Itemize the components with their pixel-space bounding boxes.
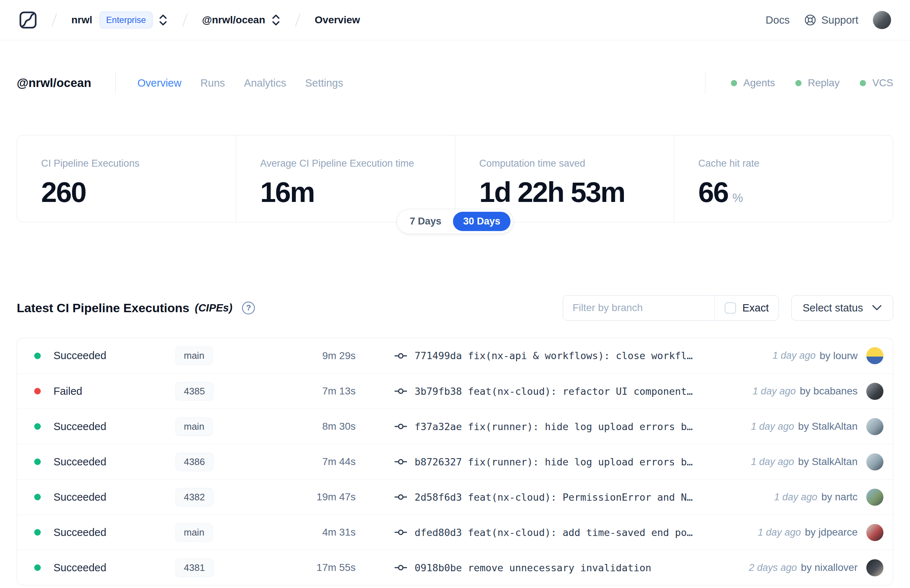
range-option-30-days[interactable]: 30 Days <box>453 212 510 231</box>
user-avatar[interactable] <box>873 11 891 29</box>
duration-label: 8m 30s <box>284 421 356 432</box>
row-branch-cell: 4382 <box>175 488 284 507</box>
branch-badge[interactable]: 4385 <box>175 382 213 401</box>
workspace-status-indicators: AgentsReplayVCS <box>705 72 893 94</box>
stat-label: Cache hit rate <box>698 158 893 169</box>
avatar[interactable] <box>866 453 883 470</box>
stat-suffix: % <box>732 192 743 204</box>
section-title: Latest CI Pipeline Executions <box>17 301 189 315</box>
git-commit-icon <box>394 526 407 539</box>
status-select-dropdown[interactable]: Select status <box>791 295 893 321</box>
tab-runs[interactable]: Runs <box>200 77 225 89</box>
row-commit-cell: 771499da fix(nx-api & workflows): close … <box>394 349 761 362</box>
status-indicator-vcs[interactable]: VCS <box>860 77 893 89</box>
breadcrumb-separator <box>52 13 57 27</box>
commit-text[interactable]: f37a32ae fix(runner): hide log upload er… <box>415 421 693 432</box>
breadcrumb-org[interactable]: nrwl <box>71 14 92 26</box>
help-icon[interactable]: ? <box>242 302 255 314</box>
navbar-right: Docs Support <box>766 11 891 29</box>
commit-text[interactable]: 0918b0be remove unnecessary invalidation <box>415 562 651 573</box>
row-branch-cell: main <box>175 523 284 542</box>
branch-badge[interactable]: 4386 <box>175 452 213 471</box>
status-dot <box>34 494 41 500</box>
status-dot <box>34 529 41 536</box>
exact-checkbox[interactable] <box>725 302 736 313</box>
avatar[interactable] <box>866 418 883 435</box>
breadcrumb-separator <box>183 13 188 27</box>
top-navbar: nrwl Enterprise @nrwl/ocean Overview Doc… <box>0 0 910 40</box>
git-commit-icon <box>394 384 407 398</box>
branch-badge[interactable]: main <box>175 346 213 365</box>
exact-label: Exact <box>742 302 769 314</box>
breadcrumb-workspace[interactable]: @nrwl/ocean <box>202 14 265 26</box>
docs-link[interactable]: Docs <box>766 14 789 26</box>
duration-label: 17m 55s <box>284 562 356 573</box>
duration-label: 19m 47s <box>284 491 356 503</box>
row-meta-cell: 1 day ago by jdpearce <box>758 527 858 538</box>
table-row[interactable]: Succeeded main 9m 29s 771499da fix(nx-ap… <box>17 338 893 373</box>
exact-match-toggle[interactable]: Exact <box>715 296 779 320</box>
author-label: by StalkAltan <box>798 456 858 468</box>
stat-value: 66% <box>698 178 893 206</box>
cipe-section-header: Latest CI Pipeline Executions (CIPEs) ? … <box>17 295 893 321</box>
chevron-updown-icon <box>271 14 281 26</box>
row-commit-cell: b8726327 fix(runner): hide log upload er… <box>394 455 740 468</box>
org-switcher-button[interactable] <box>158 14 168 26</box>
time-ago-label: 1 day ago <box>774 491 818 503</box>
branch-filter-input[interactable] <box>563 296 714 320</box>
stat-label: CI Pipeline Executions <box>41 158 236 169</box>
range-option-7-days[interactable]: 7 Days <box>399 212 451 231</box>
commit-text[interactable]: b8726327 fix(runner): hide log upload er… <box>415 456 693 468</box>
status-label: Succeeded <box>53 562 106 574</box>
table-row[interactable]: Failed 4385 7m 13s 3b79fb38 feat(nx-clou… <box>17 373 893 409</box>
author-label: by bcabanes <box>800 385 858 397</box>
author-label: by StalkAltan <box>798 421 858 432</box>
commit-text[interactable]: 771499da fix(nx-api & workflows): close … <box>415 350 693 361</box>
commit-message: remove unnecessary invalidation <box>468 562 651 573</box>
filters: Exact Select status <box>563 295 893 321</box>
table-row[interactable]: Succeeded main 4m 31s dfed80d3 feat(nx-c… <box>17 515 893 550</box>
branch-badge[interactable]: main <box>175 417 213 436</box>
avatar[interactable] <box>866 489 883 506</box>
status-indicator-replay[interactable]: Replay <box>795 77 839 89</box>
status-select-label: Select status <box>803 302 863 314</box>
table-row[interactable]: Succeeded 4386 7m 44s b8726327 fix(runne… <box>17 444 893 479</box>
branch-badge[interactable]: 4382 <box>175 488 213 507</box>
status-dot <box>34 459 41 465</box>
cipe-table: Succeeded main 9m 29s 771499da fix(nx-ap… <box>17 338 893 585</box>
nx-cloud-logo[interactable] <box>19 11 37 29</box>
avatar[interactable] <box>866 383 883 400</box>
workspace-tabs: OverviewRunsAnalyticsSettings <box>137 77 343 89</box>
commit-text[interactable]: 2d58f6d3 feat(nx-cloud): PermissionError… <box>415 491 693 503</box>
tab-settings[interactable]: Settings <box>305 77 343 89</box>
chevron-updown-icon <box>158 14 168 26</box>
row-commit-cell: f37a32ae fix(runner): hide log upload er… <box>394 420 740 433</box>
author-label: by lourw <box>820 350 858 362</box>
status-indicator-agents[interactable]: Agents <box>731 77 775 89</box>
table-row[interactable]: Succeeded 4381 17m 55s 0918b0be remove u… <box>17 550 893 585</box>
row-status-cell: Succeeded <box>34 456 175 468</box>
time-ago-label: 1 day ago <box>751 421 794 432</box>
row-commit-cell: 0918b0be remove unnecessary invalidation <box>394 561 738 574</box>
tab-overview[interactable]: Overview <box>137 77 182 89</box>
stat-card: CI Pipeline Executions260 <box>17 136 236 222</box>
commit-sha: dfed80d3 <box>415 527 462 538</box>
avatar[interactable] <box>866 524 883 541</box>
table-row[interactable]: Succeeded 4382 19m 47s 2d58f6d3 feat(nx-… <box>17 479 893 515</box>
commit-text[interactable]: 3b79fb38 feat(nx-cloud): refactor UI com… <box>415 386 693 397</box>
green-status-dot-icon <box>731 80 737 86</box>
tab-analytics[interactable]: Analytics <box>244 77 286 89</box>
workspace-switcher-button[interactable] <box>271 14 281 26</box>
avatar[interactable] <box>866 347 883 364</box>
branch-badge[interactable]: main <box>175 523 213 542</box>
row-status-cell: Failed <box>34 385 175 397</box>
row-branch-cell: main <box>175 417 284 436</box>
branch-badge[interactable]: 4381 <box>175 559 213 577</box>
table-row[interactable]: Succeeded main 8m 30s f37a32ae fix(runne… <box>17 409 893 444</box>
status-dot <box>34 352 41 359</box>
row-status-cell: Succeeded <box>34 562 175 574</box>
commit-text[interactable]: dfed80d3 feat(nx-cloud): add time-saved … <box>415 527 693 538</box>
avatar[interactable] <box>866 559 883 577</box>
support-link[interactable]: Support <box>804 14 858 26</box>
row-status-cell: Succeeded <box>34 527 175 538</box>
